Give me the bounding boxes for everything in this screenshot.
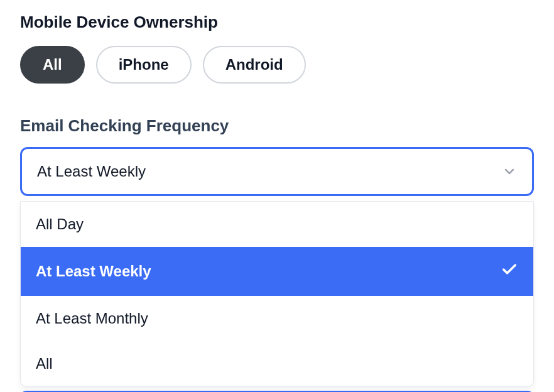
device-ownership-pills: All iPhone Android bbox=[20, 46, 534, 84]
email-frequency-trigger[interactable]: At Least Weekly bbox=[20, 147, 534, 196]
pill-all[interactable]: All bbox=[20, 46, 85, 84]
option-all-day[interactable]: All Day bbox=[21, 202, 533, 247]
check-icon bbox=[501, 261, 518, 282]
pill-iphone[interactable]: iPhone bbox=[96, 46, 192, 84]
email-frequency-select: At Least Weekly All Day At Least Weekly … bbox=[20, 147, 534, 196]
option-label: At Least Monthly bbox=[36, 310, 148, 327]
option-at-least-weekly[interactable]: At Least Weekly bbox=[21, 247, 533, 296]
option-label: All Day bbox=[36, 215, 84, 233]
option-label: At Least Weekly bbox=[36, 263, 151, 280]
email-frequency-selected-value: At Least Weekly bbox=[37, 163, 146, 180]
device-ownership-title: Mobile Device Ownership bbox=[20, 13, 534, 32]
option-all[interactable]: All bbox=[21, 341, 533, 386]
email-frequency-label: Email Checking Frequency bbox=[20, 116, 534, 136]
chevron-down-icon bbox=[502, 164, 517, 179]
option-label: All bbox=[36, 355, 53, 373]
option-at-least-monthly[interactable]: At Least Monthly bbox=[21, 296, 533, 341]
email-frequency-dropdown: All Day At Least Weekly At Least Monthly… bbox=[20, 201, 534, 387]
pill-android[interactable]: Android bbox=[203, 46, 306, 84]
